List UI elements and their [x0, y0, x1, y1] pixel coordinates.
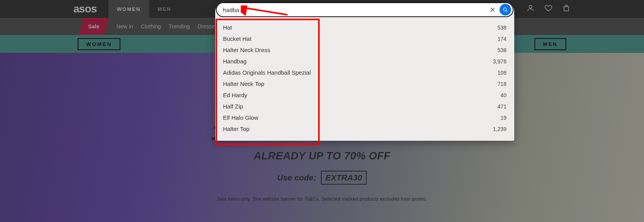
suggestion-item[interactable]: Halter Top1,239 [223, 123, 506, 135]
search-panel: Hat538 Bucket Hat174 Halter Neck Dress53… [215, 2, 514, 141]
suggestion-label: Ed Hardy [223, 92, 247, 98]
svg-point-1 [503, 8, 506, 11]
suggestion-label: Adidas Originals Handball Spezial [223, 69, 311, 76]
suggestion-item[interactable]: Halter Neck Dress538 [223, 44, 506, 56]
suggestion-count: 538 [498, 24, 506, 31]
suggestion-label: Halter Neck Top [223, 80, 264, 87]
suggestion-item[interactable]: Hat538 [223, 22, 506, 33]
clear-search-button[interactable] [488, 5, 497, 14]
suggestion-count: 174 [498, 36, 506, 42]
search-submit-button[interactable] [500, 4, 511, 16]
suggestion-count: 40 [500, 92, 506, 98]
suggestion-item[interactable]: Adidas Originals Handball Spezial108 [223, 67, 506, 78]
search-input[interactable] [223, 7, 488, 13]
suggestion-count: 718 [498, 81, 506, 87]
suggestion-label: Half Zip [223, 103, 243, 110]
search-bar [216, 2, 513, 17]
suggestion-item[interactable]: Handbag3,976 [223, 56, 506, 67]
suggestion-count: 538 [498, 47, 506, 53]
suggestion-count: 3,976 [493, 58, 506, 65]
suggestion-label: Halter Top [223, 126, 249, 132]
suggestion-count: 19 [500, 115, 506, 121]
suggestion-label: Halter Neck Dress [223, 47, 270, 53]
close-icon [489, 7, 496, 13]
suggestion-item[interactable]: Halter Neck Top718 [223, 78, 506, 89]
suggestion-item[interactable]: Half Zip471 [223, 101, 506, 112]
suggestion-count: 108 [498, 70, 506, 76]
suggestion-count: 471 [498, 103, 506, 110]
suggestion-item[interactable]: Bucket Hat174 [223, 33, 506, 44]
suggestion-label: Bucket Hat [223, 35, 251, 42]
suggestion-item[interactable]: Ed Hardy40 [223, 89, 506, 101]
search-icon [502, 7, 508, 13]
search-suggestions: Hat538 Bucket Hat174 Halter Neck Dress53… [215, 17, 514, 141]
suggestion-count: 1,239 [493, 126, 506, 132]
suggestion-item[interactable]: Elf Halo Glow19 [223, 112, 506, 123]
suggestion-label: Hat [223, 24, 232, 31]
suggestion-label: Handbag [223, 58, 247, 65]
suggestion-label: Elf Halo Glow [223, 114, 258, 121]
